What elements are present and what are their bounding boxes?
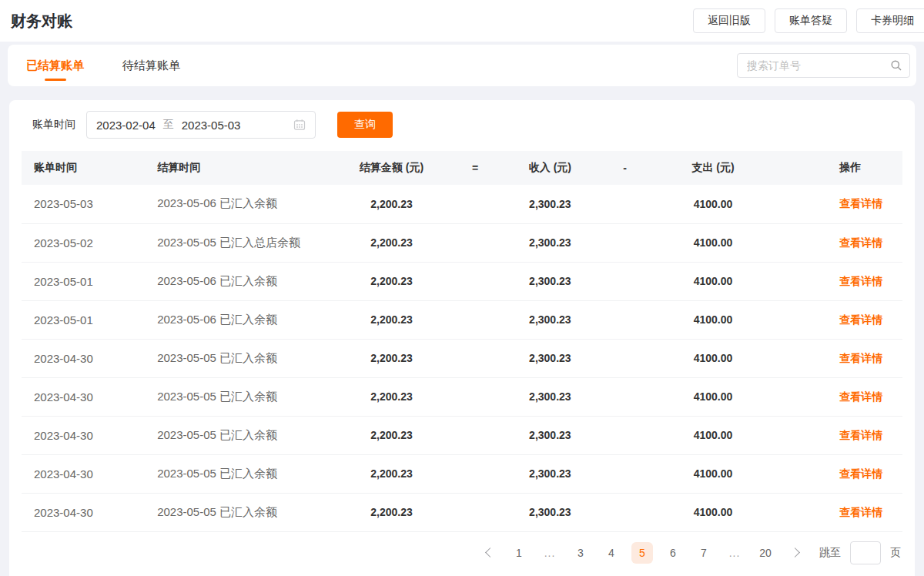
expense: 4100.00 [656,300,771,339]
ellipsis-right: ... [724,542,745,564]
page-6[interactable]: 6 [662,542,684,564]
bill-date: 2023-05-01 [22,262,145,300]
settled-bills-panel: 账单时间 2023-02-04 至 2023-05-03 查询 [9,100,915,576]
income: 2,300.23 [506,300,594,339]
col-equals-sign: = [444,151,506,185]
col-bill-time: 账单时间 [22,151,145,185]
income: 2,300.23 [506,185,594,223]
bill-date: 2023-05-03 [22,185,145,223]
settle-time: 2023-05-05 已汇入余额 [145,377,339,416]
prev-page-icon[interactable] [477,542,499,564]
table-header-row: 账单时间 结算时间 结算金额 (元) = 收入 (元) - 支出 (元) 操作 [22,151,902,185]
settle-time: 2023-05-05 已汇入余额 [145,493,339,531]
page-title: 财务对账 [11,11,72,32]
page-1[interactable]: 1 [508,542,530,564]
table-row: 2023-05-01 2023-05-06 已汇入余额 2,200.23 2,3… [22,262,902,300]
expense: 4100.00 [656,185,771,223]
table-row: 2023-05-03 2023-05-06 已汇入余额 2,200.23 2,3… [22,185,902,223]
table-row: 2023-04-30 2023-05-05 已汇入余额 2,200.23 2,3… [22,377,902,416]
expense: 4100.00 [656,223,771,262]
settle-amount: 2,200.23 [339,377,444,416]
page-7[interactable]: 7 [693,542,715,564]
view-detail-link[interactable]: 查看详情 [839,197,882,209]
view-detail-link[interactable]: 查看详情 [839,275,882,287]
settle-time: 2023-05-05 已汇入余额 [145,454,339,493]
settle-time: 2023-05-05 已汇入总店余额 [145,223,339,262]
view-detail-link[interactable]: 查看详情 [839,352,882,364]
view-detail-link[interactable]: 查看详情 [839,236,882,249]
bill-date: 2023-05-02 [22,223,145,262]
query-button[interactable]: 查询 [337,112,393,138]
settle-amount: 2,200.23 [339,300,444,339]
settle-amount: 2,200.23 [339,454,444,493]
income: 2,300.23 [506,416,594,454]
bill-date: 2023-04-30 [22,416,145,454]
date-end-value[interactable]: 2023-05-03 [182,119,241,132]
bill-time-label: 账单时间 [32,118,75,132]
bill-date: 2023-04-30 [22,454,145,493]
bill-faq-button[interactable]: 账单答疑 [775,8,847,33]
card-coupon-detail-button[interactable]: 卡券明细 [856,8,924,33]
table-row: 2023-04-30 2023-05-05 已汇入余额 2,200.23 2,3… [22,493,902,531]
page-4[interactable]: 4 [601,542,622,564]
page-unit-label: 页 [890,546,901,560]
expense: 4100.00 [656,339,771,377]
table-row: 2023-05-02 2023-05-05 已汇入总店余额 2,200.23 2… [22,223,902,262]
bill-date: 2023-04-30 [22,493,145,531]
back-to-old-version-button[interactable]: 返回旧版 [693,8,765,33]
income: 2,300.23 [506,223,594,262]
expense: 4100.00 [656,416,771,454]
col-settle-amount: 结算金额 (元) [339,151,444,185]
page-20[interactable]: 20 [755,542,776,564]
filter-row: 账单时间 2023-02-04 至 2023-05-03 查询 [32,111,902,139]
view-detail-link[interactable]: 查看详情 [839,506,882,518]
pagination: 1 ... 3 4 5 6 7 ... 20 跳至 页 [22,532,902,574]
view-detail-link[interactable]: 查看详情 [839,467,882,480]
tab-settled-bills[interactable]: 已结算账单 [26,45,84,86]
income: 2,300.23 [506,454,594,493]
expense: 4100.00 [656,262,771,300]
settle-amount: 2,200.23 [339,493,444,531]
top-bar: 财务对账 返回旧版 账单答疑 卡券明细 [0,0,924,42]
order-search [737,53,910,78]
page-5-current[interactable]: 5 [631,542,653,564]
settle-time: 2023-05-05 已汇入余额 [145,339,339,377]
ellipsis-left: ... [539,542,561,564]
settle-time: 2023-05-06 已汇入余额 [145,300,339,339]
tab-unsettled-bills[interactable]: 待结算账单 [122,45,180,86]
jump-to-label: 跳至 [819,546,841,560]
settled-bills-table: 账单时间 结算时间 结算金额 (元) = 收入 (元) - 支出 (元) 操作 … [22,151,902,532]
table-row: 2023-05-01 2023-05-06 已汇入余额 2,200.23 2,3… [22,300,902,339]
date-range-separator: 至 [163,118,174,132]
settle-amount: 2,200.23 [339,339,444,377]
page-3[interactable]: 3 [570,542,591,564]
tabs-card: 已结算账单 待结算账单 [8,45,916,86]
view-detail-link[interactable]: 查看详情 [839,313,882,326]
settle-time: 2023-05-06 已汇入余额 [145,262,339,300]
settle-amount: 2,200.23 [339,262,444,300]
settle-time: 2023-05-05 已汇入余额 [145,416,339,454]
settle-time: 2023-05-06 已汇入余额 [145,185,339,223]
calendar-icon [293,119,306,131]
col-income: 收入 (元) [506,151,594,185]
expense: 4100.00 [656,493,771,531]
col-minus-sign: - [594,151,656,185]
col-settle-time: 结算时间 [145,151,339,185]
expense: 4100.00 [656,377,771,416]
expense: 4100.00 [656,454,771,493]
col-expense: 支出 (元) [656,151,771,185]
income: 2,300.23 [506,377,594,416]
income: 2,300.23 [506,493,594,531]
next-page-icon[interactable] [785,542,807,564]
col-actions: 操作 [770,151,902,185]
table-row: 2023-04-30 2023-05-05 已汇入余额 2,200.23 2,3… [22,339,902,377]
search-icon[interactable] [890,59,902,72]
search-order-input[interactable] [737,53,910,78]
view-detail-link[interactable]: 查看详情 [839,390,882,403]
jump-page-input[interactable] [850,541,881,564]
view-detail-link[interactable]: 查看详情 [839,429,882,441]
date-start-value[interactable]: 2023-02-04 [96,119,156,132]
settle-amount: 2,200.23 [339,416,444,454]
settle-amount: 2,200.23 [339,185,444,223]
date-range-picker[interactable]: 2023-02-04 至 2023-05-03 [86,111,316,139]
